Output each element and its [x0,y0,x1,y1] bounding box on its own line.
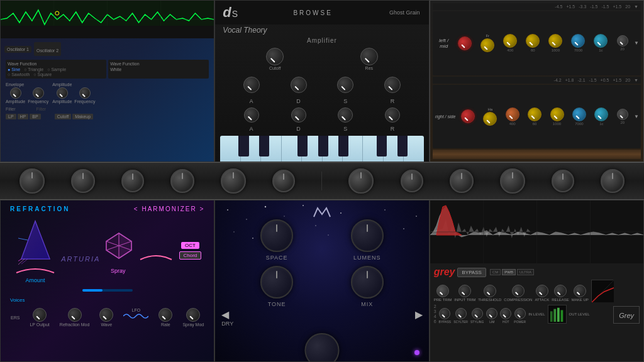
grey-controls: grey BYPASS CM PWB ULTRA PRE TRIM INPUT … [430,263,643,326]
tone-knob[interactable] [260,266,293,299]
envelope-amplitude-knob[interactable]: Amplitude [6,87,25,104]
mix-knob[interactable] [351,266,384,299]
res-knob[interactable]: Res [360,48,378,70]
eq-row-bottom: right / side Ha 4 [433,85,641,149]
strip-knob-8[interactable] [401,170,423,192]
space-label: SPACE [266,255,288,261]
amount-curve [13,265,57,275]
strip-knob-10[interactable] [500,168,525,194]
release-knob[interactable]: RELEASE [552,285,569,302]
compression-knob[interactable]: COMPRESSION [504,285,532,302]
icosahedron-svg [103,230,135,261]
strip-knob-5[interactable] [221,168,246,194]
ds-knob-r2[interactable] [385,107,400,123]
pwb-btn[interactable]: PWB [502,269,516,275]
synth-panel: Oscillator 1 Oscillator 2 Wave Function … [0,0,214,162]
chord-badge[interactable]: Chord [179,251,202,260]
ds-header: d S BROWSE Ghost Grain [215,1,428,25]
eq-knob-b-freq2[interactable] [506,107,519,121]
eq-knob-b-freq4[interactable] [550,107,564,121]
eq-knob-b-freq5[interactable] [572,107,586,121]
ds-knob-s2[interactable] [338,107,353,123]
wave-knob[interactable]: Wave [99,308,113,327]
strip-knob-6[interactable] [272,170,295,192]
left-arrow[interactable]: ◀ [221,309,229,321]
eq-knob-1[interactable] [458,36,472,50]
cm-btn[interactable]: CM [490,269,501,275]
eq-knob-freq1[interactable] [480,38,494,52]
vu-meter [548,305,567,324]
grey-knob-r2[interactable]: SCYLTER [453,308,468,324]
transfer-curve [591,280,613,302]
attack-knob[interactable]: ATTACK [535,285,549,302]
space-knob[interactable] [260,219,293,252]
cutoff-knob[interactable]: Cutoff [266,48,284,70]
grey-brand-plate: Grey [613,306,640,324]
ds-knob-1[interactable] [243,77,260,93]
makeup-knob[interactable]: MAKE UP [572,285,589,302]
grey-numbers: 2 3 4 6 [434,304,436,324]
arturia-top: REFRACTION < HARMONIZER > [1,200,214,215]
ds-knob-a2[interactable] [244,107,259,123]
threshold-knob[interactable]: THRESHOLD [478,285,501,302]
ds-knob-2[interactable] [291,77,307,93]
eq-gain-b1[interactable] [617,109,628,120]
eq-knob-b-freq3[interactable] [528,107,541,121]
strip-knob-2[interactable] [71,169,95,193]
oct-badge[interactable]: OCT [181,242,199,249]
eq-knob-freq6[interactable] [594,34,608,48]
ds-knob-3[interactable] [337,77,353,93]
knobs-strip [0,162,644,200]
grey-knob-r5[interactable]: HOT [500,308,511,324]
eq-knobs-bottom: Ha 400 60 [458,107,631,126]
eq-knob-freq4[interactable] [548,34,562,48]
eq-knob-freq3[interactable] [526,34,540,48]
bypass-button[interactable]: BYPASS [457,268,486,277]
rate-knob[interactable]: Rate [158,308,172,327]
svg-line-13 [18,237,28,240]
cosmos-bottom-knob[interactable] [304,333,339,362]
eq-gain-1[interactable] [617,35,628,47]
eq-knob-b1[interactable] [461,109,475,123]
lp-output-knob[interactable]: LP Output [30,308,49,327]
piano-keys[interactable]: C C3 C4 C5 [220,136,423,162]
eq-knob-b-freq6[interactable] [594,107,608,121]
strip-knob-11[interactable] [552,170,574,192]
eq-knob-b-freq1[interactable] [483,112,497,126]
grey-knob-r3[interactable]: STYLING [470,308,484,324]
strip-knob-3[interactable] [121,170,144,192]
lumens-knob[interactable] [351,219,384,252]
filter-knob[interactable]: Frequency [74,87,95,104]
eq-knob-freq5[interactable] [571,34,585,48]
strip-knob-9[interactable] [450,169,474,193]
right-arrow[interactable]: ▶ [415,309,423,321]
arturia-bottom-knobs: ERS LP Output Refraction Mod Wave LFO Ra… [1,305,214,329]
strip-knob-4[interactable] [170,169,194,193]
cutoff-res-section: Cutoff Res [215,45,428,73]
envelope-frequency-knob[interactable]: Frequency [28,87,48,104]
spray-mod-knob[interactable]: Spray Mod [182,308,204,327]
strip-knob-1[interactable] [19,168,45,194]
grey-knob-r6[interactable]: POWER [514,308,526,324]
strip-knob-12[interactable] [601,169,625,193]
strip-knob-7[interactable] [348,168,374,194]
amplitude-knob[interactable]: Amplitude [52,87,72,104]
grey-knob-r1[interactable]: BYPASS [439,308,452,324]
refraction-mod-knob[interactable]: Refraction Mod [60,308,89,327]
ds-logo: d [223,4,231,21]
arturia-logo: ARTURIA [61,255,100,263]
ds-knob-4[interactable] [384,77,401,93]
svg-rect-44 [557,308,560,322]
lfo-label: LFO [132,308,141,312]
cosmos-panel: SPACE LUMENS TONE MIX [214,200,429,362]
ultra-btn[interactable]: ULTRA [517,269,534,275]
prism-section: Amount [13,218,57,283]
pre-trim-knob[interactable]: PRE TRIM [434,285,452,302]
ds-knob-d2[interactable] [291,107,306,123]
svg-point-25 [303,205,304,206]
svg-point-27 [340,212,341,214]
input-trim-knob[interactable]: INPUT TRIM [454,285,475,302]
grey-knob-r4[interactable]: LIM [486,308,497,324]
voices-bar[interactable] [82,289,133,292]
eq-knob-freq2[interactable] [503,34,517,48]
